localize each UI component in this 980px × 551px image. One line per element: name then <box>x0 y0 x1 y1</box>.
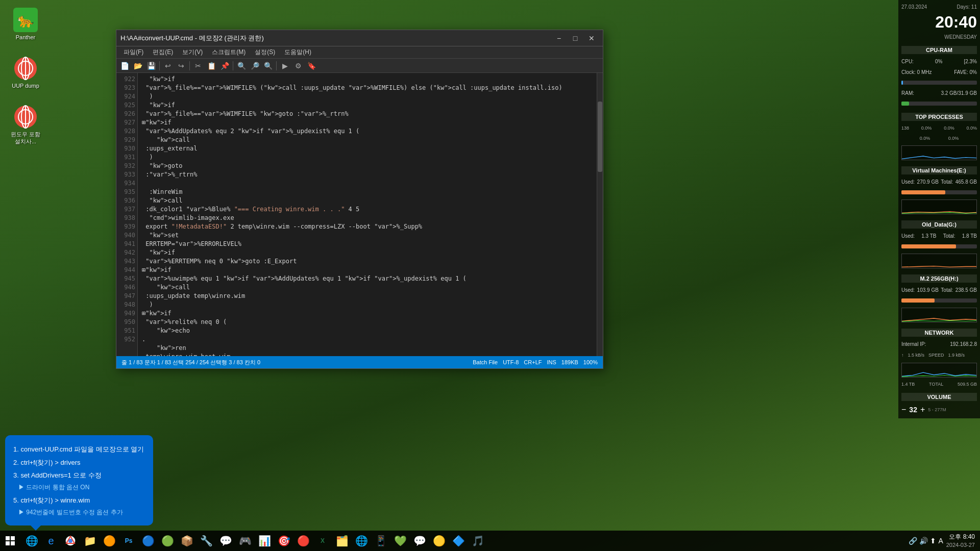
m2-used: 103.9 GB <box>917 287 939 293</box>
od-graph <box>901 254 977 268</box>
vm-graph <box>901 199 977 214</box>
taskbar-app13[interactable]: 📊 <box>255 532 274 550</box>
taskbar-time-display[interactable]: 오후 8:40 2024-03-27 <box>946 533 975 548</box>
taskbar-explorer[interactable]: 🌐 <box>22 532 41 550</box>
toolbar-zoom-out[interactable]: 🔍 <box>262 60 274 71</box>
ram-value: 3.2 GB/31.9 GB <box>941 90 977 96</box>
desktop-icon-windowsstore[interactable]: 윈도우 포함 설치사... <box>5 102 46 147</box>
toolbar-paste[interactable]: 📌 <box>218 60 231 71</box>
bubble-step-4: ▶ 드라이버 통합 옵션 ON <box>13 482 145 493</box>
toolbar-run[interactable]: ▶ <box>279 60 291 71</box>
taskbar-system: 🔗 🔊 ⬆ A 오후 8:40 2024-03-27 <box>903 533 980 548</box>
menu-edit[interactable]: 편집(E) <box>149 47 177 58</box>
menu-help[interactable]: 도움말(H) <box>280 47 315 58</box>
network-graph <box>901 363 977 378</box>
menu-settings[interactable]: 설정(S) <box>251 47 279 58</box>
taskbar-app7[interactable]: 🔵 <box>139 532 157 550</box>
network-ip: 192.168.2.8 <box>950 341 977 347</box>
vm-bar-fill <box>901 190 945 194</box>
notepad-title: H:\AA#convert-UUP.cmd - 메모장2 (관리자 권한) <box>120 34 264 43</box>
taskbar-app19[interactable]: 📱 <box>372 532 390 550</box>
taskbar-app5[interactable]: 🟠 <box>100 532 118 550</box>
taskbar-chrome[interactable] <box>61 532 80 550</box>
bubble-step-2: 2. ctrl+f(찾기) > drivers <box>13 457 145 468</box>
desktop-icon-panther[interactable]: 🐆 Panther <box>5 5 46 43</box>
toolbar-redo[interactable]: ↪ <box>175 60 187 71</box>
toolbar-sep1 <box>159 61 160 70</box>
net-upload: 1.5 kB/s <box>908 353 925 358</box>
taskbar-app24[interactable]: 🎵 <box>469 532 487 550</box>
panel-time: 20:40 <box>901 14 977 30</box>
uupdump-label: UUP dump <box>12 83 39 89</box>
taskbar-app15[interactable]: 🔴 <box>294 532 312 550</box>
volume-controls: − 32 + 5 - 277M <box>901 405 977 414</box>
toolbar-undo[interactable]: ↩ <box>162 60 174 71</box>
volume-plus-icon[interactable]: + <box>920 405 925 414</box>
speech-bubble: 1. convert-UUP.cmd 파일을 메모장으로 열기 2. ctrl+… <box>5 435 153 525</box>
start-button[interactable] <box>0 531 20 551</box>
taskbar-ie[interactable]: e <box>42 532 60 550</box>
panel-days: Days: 11 <box>957 4 977 10</box>
volume-minus-icon[interactable]: − <box>901 405 906 414</box>
vertical-scrollbar[interactable] <box>597 73 603 356</box>
desktop-icon-uupdump[interactable]: UUP dump <box>5 54 46 92</box>
taskbar-app20[interactable]: 💚 <box>391 532 409 550</box>
toolbar-extra2[interactable]: 🔖 <box>305 60 317 71</box>
toolbar-zoom-in[interactable]: 🔎 <box>249 60 261 71</box>
taskbar-app22[interactable]: 🟡 <box>430 532 448 550</box>
virtual-machines-title: Virtual Machines(E:) <box>901 166 977 174</box>
taskbar-app11[interactable]: 💬 <box>216 532 235 550</box>
vm-total: 465.8 GB <box>955 179 977 185</box>
ram-bar <box>901 102 977 106</box>
code-content[interactable]: "kw">if "var">%_file%=="var">%WIMFILE% (… <box>138 73 597 356</box>
m2-title: M.2 256GB(H:) <box>901 274 977 283</box>
toolbar-extra1[interactable]: ⚙ <box>292 60 304 71</box>
net-total-up: 1.4 TB <box>901 382 915 387</box>
status-lineend: CR+LF <box>524 359 542 365</box>
status-bom: UTF-8 <box>503 359 519 365</box>
taskbar-excel[interactable]: X <box>313 532 332 550</box>
taskbar-app14[interactable]: 🎯 <box>275 532 293 550</box>
vm-used: 270.9 GB <box>917 179 939 185</box>
volume-range: 5 - 277M <box>928 407 946 412</box>
toolbar-open[interactable]: 📂 <box>132 60 144 71</box>
taskbar-app8[interactable]: 🟢 <box>158 532 177 550</box>
taskbar-app21[interactable]: 💬 <box>410 532 429 550</box>
toolbar-sep3 <box>233 61 233 70</box>
taskbar-app18[interactable]: 🌐 <box>352 532 371 550</box>
scrollbar-thumb[interactable] <box>598 102 602 172</box>
minimize-button[interactable]: − <box>552 33 566 43</box>
toolbar-copy[interactable]: 📋 <box>205 60 217 71</box>
menu-view[interactable]: 보기(V) <box>178 47 207 58</box>
taskbar-app9[interactable]: 📦 <box>178 532 196 550</box>
taskbar-photoshop[interactable]: Ps <box>119 532 138 550</box>
menu-script[interactable]: 스크립트(M) <box>208 47 250 58</box>
windowsstore-label: 윈도우 포함 설치사... <box>11 131 40 144</box>
taskbar-app23[interactable]: 🔷 <box>449 532 468 550</box>
taskbar-app12[interactable]: 🎮 <box>236 532 254 550</box>
toolbar-find[interactable]: 🔍 <box>235 60 248 71</box>
od-bar <box>901 244 977 248</box>
taskbar-date: 2024-03-27 <box>946 541 975 548</box>
line-numbers: 922 923 924 925 926 927 928 929 930 931 … <box>116 73 138 356</box>
m2-bar-fill <box>901 298 935 303</box>
panther-label: Panther <box>16 34 36 41</box>
taskbar-app17[interactable]: 🗂️ <box>333 532 351 550</box>
top-processes-title: TOP PROCESSES <box>901 113 977 121</box>
toolbar-cut[interactable]: ✂ <box>192 60 204 71</box>
desktop-icons: 🐆 Panther UUP dump 윈도우 포함 설치사... <box>0 0 51 153</box>
taskbar-files[interactable]: 📁 <box>81 532 99 550</box>
od-bar-fill <box>901 244 956 248</box>
taskbar-app10[interactable]: 🔧 <box>197 532 215 550</box>
od-used: 1.3 TB <box>921 233 936 239</box>
clock-label: Clock: 0 MHz <box>901 69 932 75</box>
fave-label: FAVE: 0% <box>954 69 977 75</box>
titlebar-buttons: − □ ✕ <box>552 33 599 43</box>
m2-total: 238.5 GB <box>955 287 977 293</box>
maximize-button[interactable]: □ <box>568 33 582 43</box>
toolbar-new[interactable]: 📄 <box>118 60 131 71</box>
toolbar-save[interactable]: 💾 <box>145 60 157 71</box>
menu-file[interactable]: 파일(F) <box>119 47 148 58</box>
vm-bar <box>901 190 977 194</box>
close-button[interactable]: ✕ <box>584 33 599 43</box>
